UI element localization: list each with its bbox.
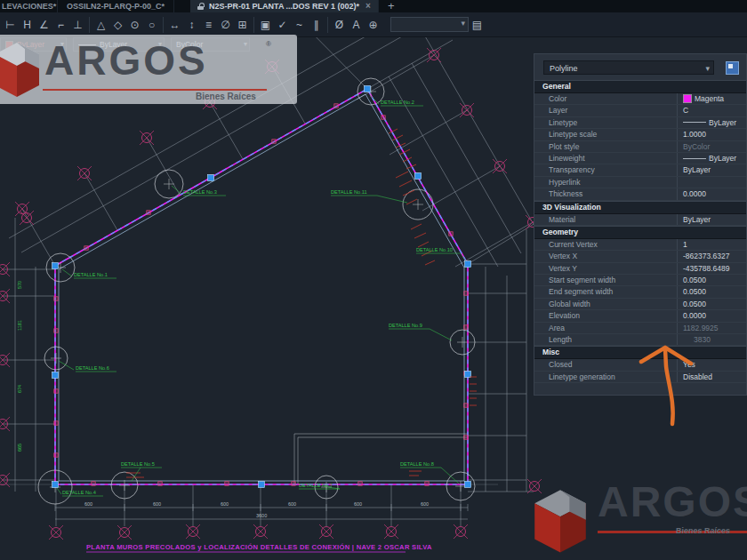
file-tab-ossiln2[interactable]: OSSILN2-PLARQ-P-00_C* [58, 0, 174, 12]
dim-vertical-icon[interactable]: ↕ [183, 15, 200, 35]
dim-angular-icon[interactable]: ∠ [36, 15, 52, 35]
connection-mark [464, 292, 468, 295]
grid-bubble [77, 166, 92, 180]
object-type-value: Polyline [550, 64, 578, 73]
prop-row-end-width: End segment width 0.0500 [534, 286, 746, 298]
section-3d-visualization[interactable]: 3D Visualization [534, 201, 746, 214]
prop-row-lineweight: Lineweight ByLayer [534, 153, 746, 164]
svg-text:600: 600 [354, 501, 362, 507]
dim-horizontal-icon[interactable]: ↔ [166, 15, 183, 35]
dim-linear-icon[interactable]: ⊢ [2, 15, 19, 35]
prop-value[interactable]: 0.0000 [677, 310, 746, 321]
prop-value[interactable]: ByLayer [677, 117, 746, 128]
argos-tagline: Bienes Raíces [676, 526, 730, 535]
prop-value[interactable]: ByLayer [677, 214, 746, 225]
quick-select-icon[interactable] [726, 61, 739, 75]
detail-label: DETALLE No.6 [76, 365, 109, 371]
prop-row-linetype-generation: Linetype generation Disabled [534, 372, 746, 383]
jog-line-icon[interactable]: ~ [291, 15, 308, 35]
dim-style-manager-icon[interactable]: ▤ [469, 15, 486, 35]
prop-row-global-width: Global width 0.0500 [534, 299, 746, 310]
dim-jogged-icon[interactable]: ○ [143, 15, 160, 35]
file-tab-bar: LEVACIONES* OSSILN2-PLARQ-P-00_C* N2S-PR… [0, 0, 747, 12]
prop-value[interactable]: -862373.6327 [677, 251, 746, 261]
polyline-grip[interactable] [259, 482, 265, 488]
connection-mark [54, 389, 58, 393]
tab-label: OSSILN2-PLARQ-P-00_C* [67, 2, 165, 11]
svg-text:1181: 1181 [17, 320, 22, 331]
dim-space-icon[interactable]: ⊞ [234, 15, 251, 35]
grid-bubble [15, 202, 29, 216]
new-tab-button[interactable]: + [379, 0, 404, 12]
connection-mark [225, 482, 229, 485]
grips-layer[interactable] [52, 86, 471, 488]
dim-update-icon[interactable]: ⊕ [365, 15, 382, 35]
prop-value[interactable]: -435788.6489 [677, 263, 746, 274]
prop-value[interactable]: Magenta [677, 93, 746, 104]
detail-circles-layer [38, 78, 475, 504]
prop-value[interactable]: Yes [677, 359, 746, 370]
dim-parallel-icon[interactable]: ∥ [308, 15, 325, 35]
detail-label: DETALLE No.3 [183, 189, 217, 195]
linetype-sample [683, 122, 706, 123]
prop-value[interactable]: 1.0000 [677, 129, 746, 140]
dim-baseline-icon[interactable]: ≡ [200, 15, 217, 35]
prop-value[interactable]: 0.0500 [677, 286, 746, 297]
dim-oblique-icon[interactable]: Ø [331, 15, 348, 35]
dim-aligned-icon[interactable]: H [19, 15, 36, 35]
dim-ordinate-icon[interactable]: ⊥ [69, 15, 86, 35]
prop-row-start-width: Start segment width 0.0500 [534, 275, 746, 286]
prop-row-material: Material ByLayer [534, 214, 746, 226]
dim-style-combo[interactable]: ▾ [390, 17, 469, 32]
grid-bubble [117, 525, 132, 540]
lock-icon [197, 3, 205, 10]
dim-break-icon[interactable]: ▣ [257, 15, 274, 35]
argos-cube-logo [526, 484, 594, 559]
prop-value[interactable]: C [677, 105, 746, 116]
prop-value[interactable]: 0.0500 [677, 299, 746, 309]
prop-value[interactable] [677, 177, 746, 188]
dim-center-icon[interactable]: ⊙ [126, 15, 143, 35]
prop-row-hyperlink: Hyperlink [534, 177, 746, 188]
prop-row-length: Length 3830 [534, 334, 746, 346]
prop-value-area: 1182.9925 [677, 323, 746, 333]
polyline-grip[interactable] [465, 261, 471, 268]
connection-mark [425, 482, 429, 485]
object-type-selector[interactable]: Polyline ▾ [543, 60, 714, 75]
detail-label: DETALLE No.5 [121, 461, 155, 467]
dim-continue-icon[interactable]: ∅ [217, 15, 234, 35]
polyline-grip[interactable] [52, 372, 59, 379]
prop-value[interactable]: 0.0500 [677, 275, 746, 285]
file-tab-elevaciones[interactable]: LEVACIONES* [0, 0, 58, 12]
prop-value[interactable]: ByLayer [677, 153, 746, 164]
connection-mark [158, 482, 162, 485]
grid-bubble [460, 103, 474, 117]
dim-arc-icon[interactable]: ⌐ [52, 15, 69, 35]
section-general[interactable]: General [534, 80, 746, 93]
polyline-grip[interactable] [52, 263, 59, 269]
section-misc[interactable]: Misc [534, 346, 746, 359]
section-geometry[interactable]: Geometry [534, 226, 746, 239]
polyline-grip[interactable] [465, 372, 471, 378]
wall-polyline[interactable] [55, 89, 468, 484]
text-angle-icon[interactable]: A [348, 15, 365, 35]
dim-diameter-icon[interactable]: ◇ [109, 15, 126, 35]
argos-watermark-top: ARGOS ® Bienes Raíces [0, 35, 297, 104]
detail-label: DETALLE No.8 [400, 461, 434, 467]
prop-row-color: Color Magenta [534, 93, 746, 105]
prop-value[interactable]: Disabled [677, 372, 746, 382]
tolerance-icon[interactable]: ✓ [274, 15, 291, 35]
polyline-grip[interactable] [52, 482, 59, 488]
dim-radius-icon[interactable]: △ [92, 15, 109, 35]
prop-value[interactable]: 1 [677, 239, 746, 250]
polyline-grip[interactable] [465, 482, 471, 488]
prop-value[interactable]: 0.0000 [677, 188, 746, 199]
file-tab-active[interactable]: N2S-PR-01 PLANTA ...DOS REV 1 (002)* × [190, 0, 379, 12]
polyline-grip[interactable] [208, 175, 214, 181]
close-tab-icon[interactable]: × [365, 0, 371, 12]
polyline-grip[interactable] [415, 173, 422, 180]
detail-label: DETALLE No.1 [74, 272, 108, 277]
prop-value[interactable]: ByLayer [677, 164, 746, 175]
polyline-grip[interactable] [365, 86, 371, 92]
connection-mark [464, 325, 468, 329]
